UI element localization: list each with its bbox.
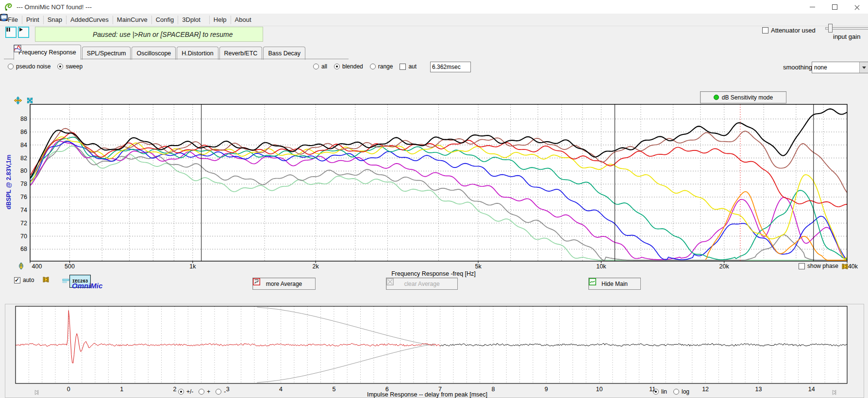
- svg-text:5k: 5k: [475, 263, 482, 270]
- svg-text:3: 3: [226, 386, 230, 393]
- svg-text:80: 80: [20, 167, 27, 174]
- svg-text:10: 10: [596, 386, 603, 393]
- svg-text:Impulse Response -- delay fro: Impulse Response -- delay from peak [mse…: [367, 391, 487, 398]
- freq-ytick-labels: 8886848280787674727068: [20, 116, 27, 252]
- svg-text:9: 9: [545, 386, 548, 393]
- impulse-plot-background: [16, 306, 847, 383]
- svg-text:5: 5: [332, 386, 335, 393]
- svg-text:11: 11: [649, 386, 655, 393]
- impulse-axis-title: Impulse Response -- delay from peak [mse…: [367, 391, 487, 398]
- svg-text:20k: 20k: [719, 263, 730, 270]
- svg-text:400: 400: [32, 263, 42, 270]
- svg-text:70: 70: [20, 233, 27, 240]
- svg-text:88: 88: [20, 116, 27, 122]
- svg-text:2k: 2k: [313, 263, 319, 270]
- svg-text:74: 74: [20, 207, 27, 214]
- svg-text:500: 500: [65, 263, 75, 270]
- svg-text:40k: 40k: [848, 263, 858, 270]
- svg-text:1: 1: [120, 386, 123, 393]
- svg-text:14: 14: [808, 386, 815, 393]
- svg-text:2: 2: [173, 386, 176, 393]
- svg-text:82: 82: [20, 155, 27, 162]
- svg-text:86: 86: [20, 129, 27, 135]
- svg-text:0: 0: [67, 386, 70, 393]
- svg-text:4: 4: [279, 386, 283, 393]
- svg-text:1k: 1k: [189, 263, 196, 270]
- tab-frequency-response[interactable]: Frequency Response: [14, 45, 81, 60]
- frequency-response-icon: [14, 45, 21, 52]
- svg-text:76: 76: [20, 194, 27, 200]
- svg-text:8: 8: [491, 386, 495, 393]
- svg-text:78: 78: [20, 181, 27, 187]
- svg-text:84: 84: [20, 142, 27, 149]
- svg-text:72: 72: [20, 220, 27, 227]
- charts-canvas: 88868482807876747270684005001k2k5k10k20k…: [0, 0, 868, 398]
- svg-text:10k: 10k: [596, 263, 606, 270]
- freq-axis-title: Frequency Response -freq [Hz]: [391, 270, 476, 277]
- svg-text:68: 68: [20, 246, 27, 252]
- svg-text:Frequency Response -freq [Hz]: Frequency Response -freq [Hz]: [391, 270, 476, 277]
- tab-label: Frequency Response: [18, 49, 76, 56]
- svg-text:13: 13: [755, 386, 762, 393]
- svg-text:12: 12: [702, 386, 709, 393]
- freq-xtick-labels: 4005001k2k5k10k20k40k: [30, 261, 858, 270]
